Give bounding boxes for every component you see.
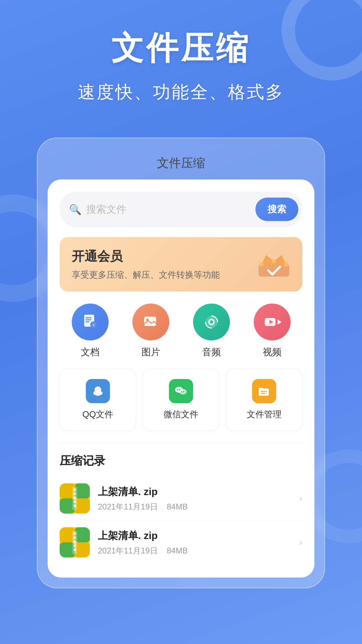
svg-point-2 — [259, 262, 264, 267]
tool-label-qq: QQ文件 — [82, 409, 113, 420]
record-item-1[interactable]: 上架清单. zip 2021年11月19日 84MB › — [60, 520, 302, 564]
feature-item-doc[interactable]: ≡ 文档 — [72, 304, 109, 359]
phone-inner: 🔍 搜索文件 搜索 开通会员 享受更多压缩、解压、文件转换等功能 — [48, 179, 314, 578]
tool-label-files: 文件管理 — [247, 409, 282, 420]
wechat-icon — [174, 384, 188, 398]
svg-rect-51 — [74, 536, 76, 539]
svg-rect-50 — [74, 532, 76, 535]
search-input-placeholder[interactable]: 搜索文件 — [86, 203, 255, 216]
svg-point-28 — [183, 391, 184, 392]
tool-item-qq[interactable]: QQ文件 — [60, 369, 136, 431]
svg-rect-42 — [74, 500, 76, 503]
svg-text:≡: ≡ — [92, 323, 95, 327]
records-title: 压缩记录 — [60, 453, 302, 469]
vip-crown-icon — [255, 246, 292, 283]
svg-rect-53 — [74, 544, 76, 547]
search-bar: 🔍 搜索文件 搜索 — [60, 192, 302, 227]
svg-rect-6 — [85, 317, 92, 318]
svg-rect-7 — [85, 319, 92, 320]
tool-row: QQ文件 微信文件 — [60, 369, 302, 431]
zip-file-icon-0 — [60, 483, 90, 514]
phone-mockup: 文件压缩 🔍 搜索文件 搜索 开通会员 享受更多压缩、解压、文件转换等功能 — [37, 138, 325, 588]
svg-point-25 — [177, 389, 178, 390]
tool-item-files[interactable]: 文件管理 — [226, 369, 302, 431]
feature-item-audio[interactable]: 音频 — [193, 304, 230, 359]
record-name-0: 上架清单. zip — [98, 485, 291, 499]
vip-banner[interactable]: 开通会员 享受更多压缩、解压、文件转换等功能 — [60, 237, 302, 291]
record-arrow-0: › — [299, 493, 302, 504]
svg-marker-17 — [278, 319, 282, 325]
feature-circle-audio — [193, 304, 230, 340]
svg-point-27 — [181, 391, 182, 392]
record-info-1: 上架清单. zip 2021年11月19日 84MB — [98, 529, 291, 556]
zip-icon-0 — [60, 483, 90, 514]
video-icon — [263, 313, 282, 331]
svg-rect-43 — [74, 504, 76, 507]
phone-header-title: 文件压缩 — [157, 156, 205, 170]
svg-point-22 — [100, 391, 103, 395]
zip-file-icon-1 — [60, 527, 90, 557]
feature-row: ≡ 文档 图片 — [60, 304, 302, 359]
tool-label-wechat: 微信文件 — [164, 409, 198, 420]
files-icon-box — [252, 379, 276, 403]
zip-icon-1 — [60, 527, 90, 557]
feature-label-video: 视频 — [263, 346, 282, 359]
record-name-1: 上架清单. zip — [98, 529, 291, 543]
svg-rect-41 — [74, 496, 76, 499]
record-item-0[interactable]: 上架清单. zip 2021年11月19日 84MB › — [60, 477, 302, 520]
feature-circle-video — [254, 304, 291, 340]
feature-item-video[interactable]: 视频 — [254, 304, 291, 359]
search-icon: 🔍 — [69, 204, 81, 215]
tool-item-wechat[interactable]: 微信文件 — [143, 369, 219, 431]
record-arrow-1: › — [299, 537, 302, 548]
svg-point-3 — [272, 259, 276, 263]
svg-rect-39 — [74, 488, 76, 491]
record-meta-1: 2021年11月19日 84MB — [98, 545, 291, 556]
hero-section: 文件压缩 速度快、功能全、格式多 — [0, 0, 362, 117]
svg-rect-40 — [74, 492, 76, 495]
feature-circle-image — [132, 304, 169, 340]
section-divider — [60, 443, 302, 443]
image-icon — [141, 313, 160, 331]
svg-point-26 — [179, 389, 180, 390]
feature-item-image[interactable]: 图片 — [132, 304, 169, 359]
svg-point-21 — [93, 391, 96, 395]
feature-label-doc: 文档 — [81, 346, 100, 359]
record-meta-0: 2021年11月19日 84MB — [98, 501, 291, 512]
search-button[interactable]: 搜索 — [255, 198, 298, 221]
svg-rect-30 — [259, 388, 263, 390]
record-info-0: 上架清单. zip 2021年11月19日 84MB — [98, 485, 291, 512]
svg-rect-54 — [74, 548, 76, 551]
wechat-icon-box — [169, 379, 193, 403]
feature-label-audio: 音频 — [202, 346, 221, 359]
feature-circle-doc: ≡ — [72, 304, 109, 340]
hero-title: 文件压缩 — [20, 27, 342, 70]
phone-header: 文件压缩 — [48, 148, 314, 179]
svg-point-15 — [210, 320, 213, 324]
qq-icon-box — [86, 379, 110, 403]
hero-subtitle: 速度快、功能全、格式多 — [20, 80, 342, 104]
svg-point-4 — [284, 262, 288, 267]
feature-label-image: 图片 — [141, 346, 160, 359]
audio-icon — [202, 313, 221, 331]
svg-rect-8 — [85, 321, 89, 322]
svg-rect-0 — [258, 264, 289, 277]
doc-icon: ≡ — [81, 313, 100, 331]
files-icon — [257, 384, 272, 398]
qq-icon — [90, 384, 105, 398]
svg-rect-52 — [74, 540, 76, 543]
